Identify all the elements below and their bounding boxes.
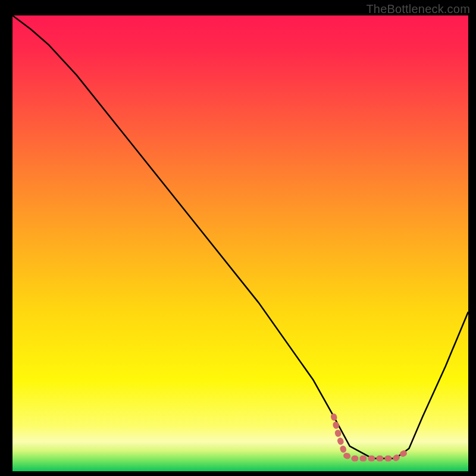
chart-stage: TheBottleneck.com [0,0,476,476]
plot-background [12,15,468,471]
chart-svg [0,0,476,476]
watermark-text: TheBottleneck.com [366,2,470,16]
